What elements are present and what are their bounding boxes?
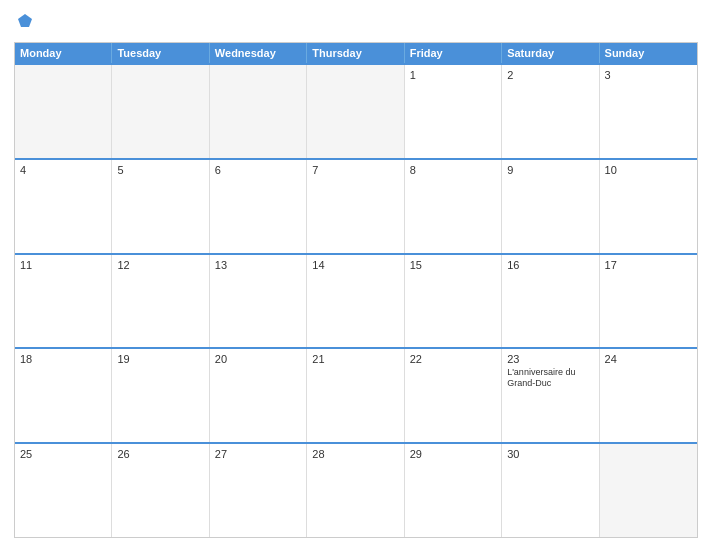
day-number: 11	[20, 259, 106, 271]
day-cell-30: 30	[502, 444, 599, 537]
day-cell-23: 23L'anniversaire du Grand-Duc	[502, 349, 599, 442]
day-number: 4	[20, 164, 106, 176]
day-cell-28: 28	[307, 444, 404, 537]
day-cell-11: 11	[15, 255, 112, 348]
day-number: 28	[312, 448, 398, 460]
day-number: 12	[117, 259, 203, 271]
day-number: 7	[312, 164, 398, 176]
day-number: 3	[605, 69, 692, 81]
day-number: 30	[507, 448, 593, 460]
day-cell-26: 26	[112, 444, 209, 537]
day-header-thursday: Thursday	[307, 43, 404, 63]
day-number: 16	[507, 259, 593, 271]
day-cell-6: 6	[210, 160, 307, 253]
week-row-1: 123	[15, 63, 697, 158]
day-number: 1	[410, 69, 496, 81]
day-number: 2	[507, 69, 593, 81]
day-cell-16: 16	[502, 255, 599, 348]
day-number: 23	[507, 353, 593, 365]
svg-marker-0	[18, 14, 32, 27]
day-cell-empty	[600, 444, 697, 537]
day-cell-18: 18	[15, 349, 112, 442]
day-number: 20	[215, 353, 301, 365]
day-number: 18	[20, 353, 106, 365]
day-cell-25: 25	[15, 444, 112, 537]
day-cell-4: 4	[15, 160, 112, 253]
day-number: 26	[117, 448, 203, 460]
day-header-monday: Monday	[15, 43, 112, 63]
logo	[14, 12, 36, 34]
day-cell-8: 8	[405, 160, 502, 253]
day-cell-7: 7	[307, 160, 404, 253]
day-header-wednesday: Wednesday	[210, 43, 307, 63]
day-cell-19: 19	[112, 349, 209, 442]
calendar-grid: MondayTuesdayWednesdayThursdayFridaySatu…	[14, 42, 698, 538]
week-row-2: 45678910	[15, 158, 697, 253]
day-number: 17	[605, 259, 692, 271]
day-cell-empty	[210, 65, 307, 158]
day-number: 27	[215, 448, 301, 460]
day-cell-10: 10	[600, 160, 697, 253]
day-header-tuesday: Tuesday	[112, 43, 209, 63]
day-cell-27: 27	[210, 444, 307, 537]
day-cell-15: 15	[405, 255, 502, 348]
calendar-page: MondayTuesdayWednesdayThursdayFridaySatu…	[0, 0, 712, 550]
day-cell-2: 2	[502, 65, 599, 158]
event-label: L'anniversaire du Grand-Duc	[507, 367, 593, 389]
day-cell-21: 21	[307, 349, 404, 442]
week-row-4: 181920212223L'anniversaire du Grand-Duc2…	[15, 347, 697, 442]
day-cell-24: 24	[600, 349, 697, 442]
logo-flag-icon	[16, 12, 34, 30]
day-cell-3: 3	[600, 65, 697, 158]
day-header-friday: Friday	[405, 43, 502, 63]
day-cell-12: 12	[112, 255, 209, 348]
day-number: 10	[605, 164, 692, 176]
day-header-sunday: Sunday	[600, 43, 697, 63]
day-cell-22: 22	[405, 349, 502, 442]
day-number: 25	[20, 448, 106, 460]
week-row-3: 11121314151617	[15, 253, 697, 348]
day-number: 19	[117, 353, 203, 365]
day-cell-5: 5	[112, 160, 209, 253]
day-cell-empty	[15, 65, 112, 158]
day-number: 14	[312, 259, 398, 271]
day-cell-9: 9	[502, 160, 599, 253]
weeks-container: 1234567891011121314151617181920212223L'a…	[15, 63, 697, 537]
day-cell-20: 20	[210, 349, 307, 442]
day-cell-empty	[112, 65, 209, 158]
day-cell-1: 1	[405, 65, 502, 158]
day-number: 24	[605, 353, 692, 365]
header	[14, 12, 698, 34]
day-cell-17: 17	[600, 255, 697, 348]
day-header-saturday: Saturday	[502, 43, 599, 63]
day-number: 15	[410, 259, 496, 271]
day-number: 6	[215, 164, 301, 176]
day-number: 29	[410, 448, 496, 460]
day-number: 9	[507, 164, 593, 176]
day-number: 21	[312, 353, 398, 365]
day-cell-14: 14	[307, 255, 404, 348]
day-number: 22	[410, 353, 496, 365]
day-headers-row: MondayTuesdayWednesdayThursdayFridaySatu…	[15, 43, 697, 63]
week-row-5: 252627282930	[15, 442, 697, 537]
day-number: 8	[410, 164, 496, 176]
day-cell-13: 13	[210, 255, 307, 348]
day-number: 13	[215, 259, 301, 271]
day-cell-29: 29	[405, 444, 502, 537]
day-cell-empty	[307, 65, 404, 158]
day-number: 5	[117, 164, 203, 176]
